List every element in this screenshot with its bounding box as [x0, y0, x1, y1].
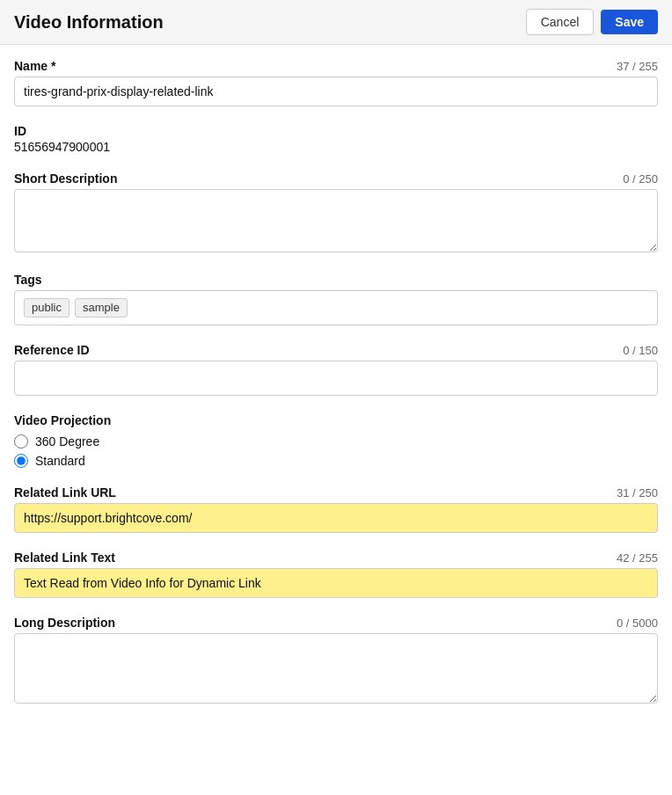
page-container: Video Information Cancel Save Name * 37 …: [0, 0, 672, 795]
long-description-field-group: Long Description 0 / 5000: [14, 616, 658, 706]
reference-id-input[interactable]: [14, 361, 658, 396]
reference-id-field-header: Reference ID 0 / 150: [14, 343, 658, 357]
video-projection-radio-group: 360 Degree Standard: [14, 434, 658, 468]
related-link-url-field-header: Related Link URL 31 / 250: [14, 485, 658, 500]
save-button[interactable]: Save: [601, 10, 658, 34]
form-body: Name * 37 / 255 ID 51656947900001 Short …: [0, 45, 672, 745]
reference-id-label: Reference ID: [14, 343, 90, 357]
short-description-counter: 0 / 250: [623, 172, 658, 186]
radio-standard[interactable]: [14, 454, 28, 468]
related-link-text-field-header: Related Link Text 42 / 255: [14, 551, 658, 565]
short-description-input[interactable]: [14, 189, 658, 252]
reference-id-field-group: Reference ID 0 / 150: [14, 343, 658, 396]
tags-label: Tags: [14, 273, 42, 287]
id-field-group: ID 51656947900001: [14, 124, 658, 154]
tags-container[interactable]: public sample: [14, 290, 658, 325]
short-description-field-group: Short Description 0 / 250: [14, 171, 658, 255]
radio-option-standard: Standard: [14, 454, 658, 468]
name-field-group: Name * 37 / 255: [14, 59, 658, 106]
related-link-url-field-group: Related Link URL 31 / 250: [14, 485, 658, 533]
name-label: Name *: [14, 59, 55, 73]
tag-item-sample: sample: [75, 298, 128, 317]
long-description-counter: 0 / 5000: [617, 616, 658, 630]
short-description-field-header: Short Description 0 / 250: [14, 171, 658, 186]
radio-360-label: 360 Degree: [35, 434, 99, 449]
long-description-label: Long Description: [14, 616, 115, 630]
header: Video Information Cancel Save: [0, 0, 672, 45]
name-field-header: Name * 37 / 255: [14, 59, 658, 73]
page-title: Video Information: [14, 12, 164, 33]
id-value: 51656947900001: [14, 140, 658, 154]
id-label: ID: [14, 124, 658, 138]
name-input[interactable]: [14, 77, 658, 106]
related-link-url-counter: 31 / 250: [617, 486, 658, 500]
related-link-text-counter: 42 / 255: [617, 551, 658, 565]
related-link-url-label: Related Link URL: [14, 485, 116, 500]
tags-field-group: Tags public sample: [14, 273, 658, 325]
radio-360[interactable]: [14, 434, 28, 449]
related-link-text-field-group: Related Link Text 42 / 255: [14, 551, 658, 598]
long-description-input[interactable]: [14, 633, 658, 704]
related-link-text-label: Related Link Text: [14, 551, 115, 565]
radio-standard-label: Standard: [35, 454, 85, 468]
reference-id-counter: 0 / 150: [623, 344, 658, 357]
cancel-button[interactable]: Cancel: [526, 9, 595, 35]
short-description-label: Short Description: [14, 171, 117, 186]
long-description-field-header: Long Description 0 / 5000: [14, 616, 658, 630]
tag-item-public: public: [24, 298, 69, 317]
video-projection-section: Video Projection 360 Degree Standard: [14, 413, 658, 468]
video-projection-label: Video Projection: [14, 413, 111, 427]
header-actions: Cancel Save: [526, 9, 658, 35]
related-link-text-input[interactable]: [14, 568, 658, 598]
tags-field-header: Tags: [14, 273, 658, 287]
related-link-url-input[interactable]: [14, 503, 658, 533]
name-counter: 37 / 255: [617, 60, 658, 73]
radio-option-360: 360 Degree: [14, 434, 658, 449]
